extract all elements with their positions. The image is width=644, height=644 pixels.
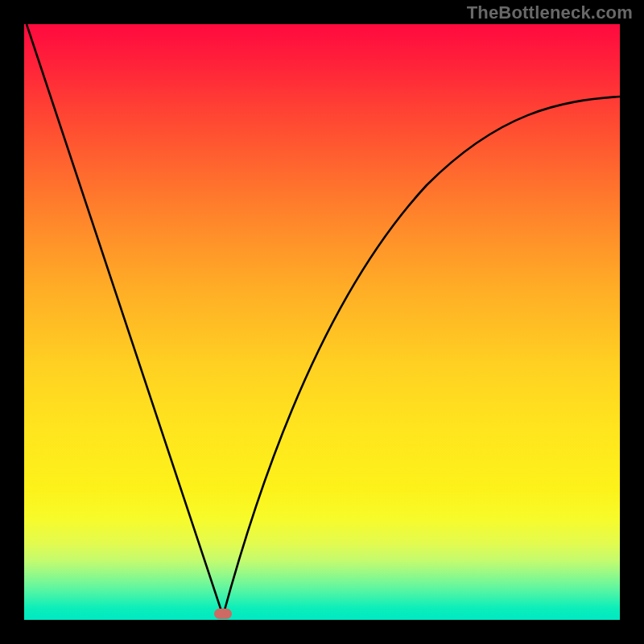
chart-frame: TheBottleneck.com: [0, 0, 644, 644]
plot-area: [24, 24, 620, 620]
watermark-text: TheBottleneck.com: [467, 2, 633, 23]
curve-right-branch: [223, 97, 620, 616]
bottleneck-curve: [24, 24, 620, 620]
curve-left-branch: [27, 24, 223, 616]
minimum-marker: [214, 609, 232, 619]
